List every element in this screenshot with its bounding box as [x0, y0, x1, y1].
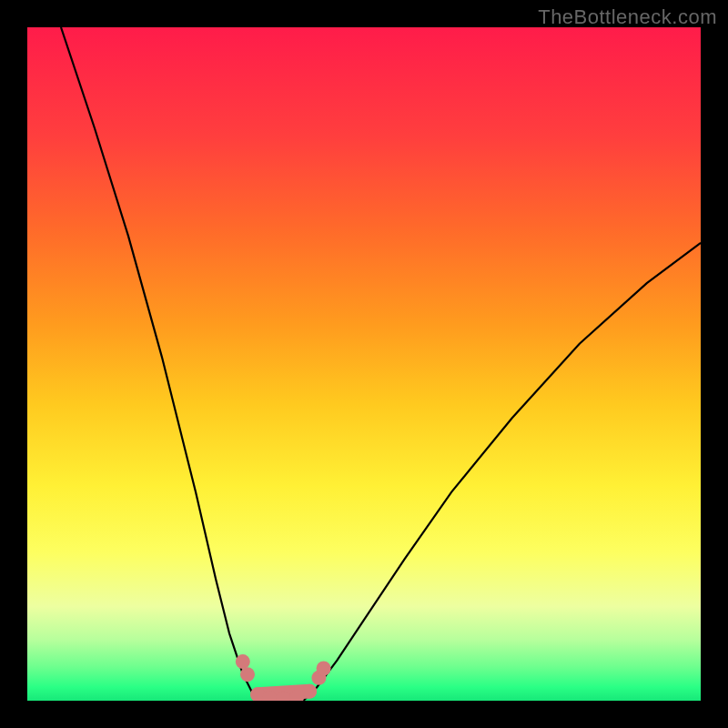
curve-marker — [240, 667, 255, 682]
watermark-text: TheBottleneck.com — [538, 5, 717, 29]
curve-marker — [317, 661, 331, 675]
chart-frame: TheBottleneck.com — [0, 0, 728, 728]
bottleneck-curve — [27, 27, 701, 701]
plot-area — [27, 27, 701, 701]
valley-curve — [61, 27, 701, 701]
curve-marker — [302, 684, 317, 699]
curve-marker — [236, 654, 250, 669]
